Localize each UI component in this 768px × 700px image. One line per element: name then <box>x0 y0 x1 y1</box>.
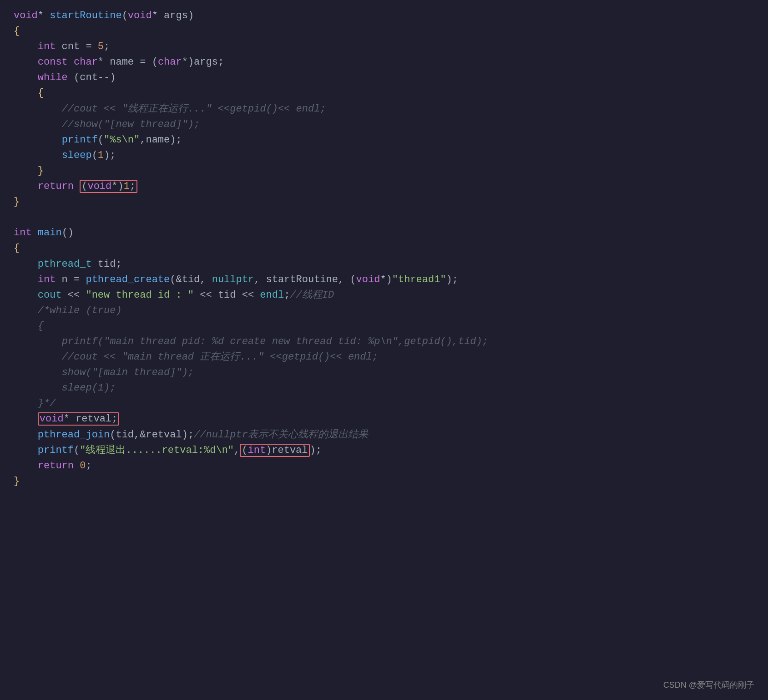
code-line-13: } <box>14 194 754 210</box>
code-line-8: //show("[new thread]"); <box>14 117 754 132</box>
code-line-26: void* retval; <box>14 411 754 427</box>
code-line-17: int n = pthread_create(&tid, nullptr, st… <box>14 272 754 288</box>
code-line-23: show("[main thread]"); <box>14 365 754 380</box>
code-line-9: printf("%s\n",name); <box>14 132 754 148</box>
code-line-19: /*while (true) <box>14 303 754 319</box>
code-line-22: //cout << "main thread 正在运行..." <<getpid… <box>14 350 754 365</box>
code-line-10: sleep(1); <box>14 148 754 163</box>
code-line-29: return 0; <box>14 458 754 474</box>
code-line-14: int main() <box>14 225 754 241</box>
code-line-11: } <box>14 163 754 179</box>
highlight-void-cast: (void*)1; <box>80 180 137 193</box>
code-line-25: }*/ <box>14 396 754 411</box>
code-line-20: { <box>14 319 754 334</box>
code-line-blank1 <box>14 210 754 225</box>
watermark: CSDN @爱写代码的刚子 <box>663 679 754 692</box>
code-line-24: sleep(1); <box>14 380 754 396</box>
code-line-30: } <box>14 474 754 489</box>
code-line-18: cout << "new thread id : " << tid << end… <box>14 288 754 303</box>
code-line-15: { <box>14 241 754 256</box>
highlight-retval-decl: void* retval; <box>38 412 120 426</box>
code-container: void* startRoutine(void* args) { int cnt… <box>0 0 768 700</box>
code-line-3: int cnt = 5; <box>14 39 754 55</box>
code-line-7: //cout << "线程正在运行..." <<getpid()<< endl; <box>14 101 754 117</box>
code-line-16: pthread_t tid; <box>14 257 754 272</box>
code-line-6: { <box>14 86 754 101</box>
highlight-int-cast: (int)retval <box>240 444 309 457</box>
code-line-28: printf("线程退出......retval:%d\n",(int)retv… <box>14 443 754 458</box>
code-line-27: pthread_join(tid,&retval);//nullptr表示不关心… <box>14 427 754 443</box>
code-line-21: printf("main thread pid: %d create new t… <box>14 334 754 350</box>
code-line-2: { <box>14 24 754 39</box>
code-line-12: return (void*)1; <box>14 179 754 194</box>
code-line-1: void* startRoutine(void* args) <box>14 8 754 24</box>
code-line-5: while (cnt--) <box>14 70 754 86</box>
code-line-4: const char* name = (char*)args; <box>14 55 754 70</box>
